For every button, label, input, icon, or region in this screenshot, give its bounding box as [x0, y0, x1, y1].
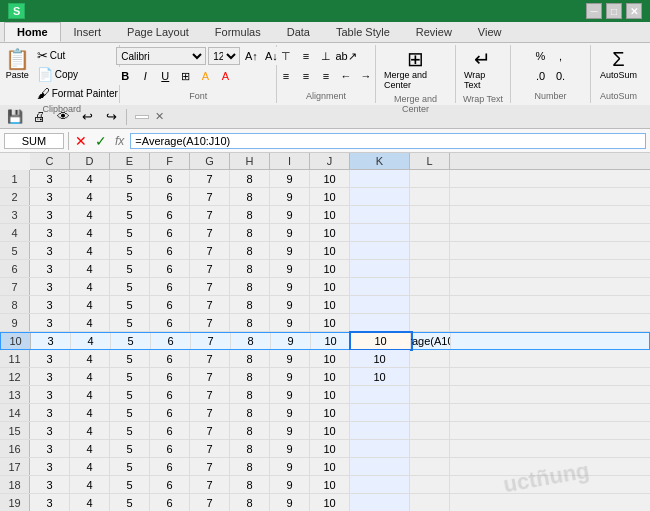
cell-13-6[interactable]: 9	[270, 386, 310, 403]
cell-12-8[interactable]: 10	[350, 368, 410, 385]
cell-1-9[interactable]	[410, 170, 450, 187]
cell-18-3[interactable]: 6	[150, 476, 190, 493]
cell-5-3[interactable]: 6	[150, 242, 190, 259]
cell-9-9[interactable]	[410, 314, 450, 331]
cell-7-3[interactable]: 6	[150, 278, 190, 295]
cell-10-2[interactable]: 5	[111, 333, 151, 349]
tab-data[interactable]: Data	[274, 22, 323, 42]
dec-dec-button[interactable]: 0.	[551, 67, 569, 85]
cell-1-3[interactable]: 6	[150, 170, 190, 187]
cell-11-3[interactable]: 6	[150, 350, 190, 367]
align-right-button[interactable]: ≡	[317, 67, 335, 85]
cell-6-2[interactable]: 5	[110, 260, 150, 277]
cell-7-5[interactable]: 8	[230, 278, 270, 295]
minimize-btn[interactable]: ─	[586, 3, 602, 19]
cell-18-1[interactable]: 4	[70, 476, 110, 493]
tab-page-layout[interactable]: Page Layout	[114, 22, 202, 42]
row-num-2[interactable]: 2	[0, 188, 30, 205]
cell-8-7[interactable]: 10	[310, 296, 350, 313]
font-color-button[interactable]: A	[216, 67, 234, 85]
cell-18-8[interactable]	[350, 476, 410, 493]
cell-6-0[interactable]: 3	[30, 260, 70, 277]
dec-inc-button[interactable]: .0	[531, 67, 549, 85]
cell-12-3[interactable]: 6	[150, 368, 190, 385]
cell-15-0[interactable]: 3	[30, 422, 70, 439]
cell-12-0[interactable]: 3	[30, 368, 70, 385]
cell-18-4[interactable]: 7	[190, 476, 230, 493]
undo-button[interactable]: ↩	[76, 107, 98, 127]
cell-4-6[interactable]: 9	[270, 224, 310, 241]
cell-10-1[interactable]: 4	[71, 333, 111, 349]
cell-4-2[interactable]: 5	[110, 224, 150, 241]
cell-17-2[interactable]: 5	[110, 458, 150, 475]
tab-review[interactable]: Review	[403, 22, 465, 42]
indent-dec-button[interactable]: ←	[337, 67, 355, 85]
cell-2-0[interactable]: 3	[30, 188, 70, 205]
add-tab-button[interactable]	[170, 116, 178, 118]
cell-10-7[interactable]: 10	[311, 333, 351, 349]
cell-14-0[interactable]: 3	[30, 404, 70, 421]
cell-16-3[interactable]: 6	[150, 440, 190, 457]
cell-4-5[interactable]: 8	[230, 224, 270, 241]
cell-15-9[interactable]	[410, 422, 450, 439]
cell-6-1[interactable]: 4	[70, 260, 110, 277]
cell-5-6[interactable]: 9	[270, 242, 310, 259]
cell-5-7[interactable]: 10	[310, 242, 350, 259]
cell-3-4[interactable]: 7	[190, 206, 230, 223]
cell-16-1[interactable]: 4	[70, 440, 110, 457]
row-num-17[interactable]: 17	[0, 458, 30, 475]
cell-13-3[interactable]: 6	[150, 386, 190, 403]
cell-8-8[interactable]	[350, 296, 410, 313]
cell-15-2[interactable]: 5	[110, 422, 150, 439]
cell-4-4[interactable]: 7	[190, 224, 230, 241]
cell-7-8[interactable]	[350, 278, 410, 295]
cell-16-8[interactable]	[350, 440, 410, 457]
print-button[interactable]: 🖨	[28, 107, 50, 127]
autosum-button[interactable]: Σ AutoSum	[598, 47, 639, 82]
cell-6-4[interactable]: 7	[190, 260, 230, 277]
cell-19-5[interactable]: 8	[230, 494, 270, 511]
cell-1-1[interactable]: 4	[70, 170, 110, 187]
cell-8-9[interactable]	[410, 296, 450, 313]
cell-16-5[interactable]: 8	[230, 440, 270, 457]
close-btn[interactable]: ✕	[626, 3, 642, 19]
cell-3-2[interactable]: 5	[110, 206, 150, 223]
cell-3-0[interactable]: 3	[30, 206, 70, 223]
cell-8-2[interactable]: 5	[110, 296, 150, 313]
row-num-15[interactable]: 15	[0, 422, 30, 439]
cell-10-9[interactable]: =Average(A10:J10)	[411, 333, 451, 349]
fill-color-button[interactable]: A	[196, 67, 214, 85]
row-num-5[interactable]: 5	[0, 242, 30, 259]
tab-insert[interactable]: Insert	[61, 22, 115, 42]
cell-11-9[interactable]	[410, 350, 450, 367]
col-header-D[interactable]: D	[70, 153, 110, 169]
col-header-G[interactable]: G	[190, 153, 230, 169]
row-num-13[interactable]: 13	[0, 386, 30, 403]
cell-15-8[interactable]	[350, 422, 410, 439]
cell-18-2[interactable]: 5	[110, 476, 150, 493]
cell-1-8[interactable]	[350, 170, 410, 187]
col-header-I[interactable]: I	[270, 153, 310, 169]
cell-5-1[interactable]: 4	[70, 242, 110, 259]
align-bottom-button[interactable]: ⊥	[317, 47, 335, 65]
cell-15-5[interactable]: 8	[230, 422, 270, 439]
cell-13-1[interactable]: 4	[70, 386, 110, 403]
cell-12-5[interactable]: 8	[230, 368, 270, 385]
formula-confirm-button[interactable]: ✓	[93, 133, 109, 149]
row-num-12[interactable]: 12	[0, 368, 30, 385]
tab-formulas[interactable]: Formulas	[202, 22, 274, 42]
cell-17-1[interactable]: 4	[70, 458, 110, 475]
font-name-select[interactable]: Calibri	[116, 47, 206, 65]
cell-3-7[interactable]: 10	[310, 206, 350, 223]
align-top-button[interactable]: ⊤	[277, 47, 295, 65]
cell-5-0[interactable]: 3	[30, 242, 70, 259]
cell-18-6[interactable]: 9	[270, 476, 310, 493]
cell-4-1[interactable]: 4	[70, 224, 110, 241]
cell-11-6[interactable]: 9	[270, 350, 310, 367]
cell-12-1[interactable]: 4	[70, 368, 110, 385]
cell-13-2[interactable]: 5	[110, 386, 150, 403]
formula-cancel-button[interactable]: ✕	[73, 133, 89, 149]
cell-9-4[interactable]: 7	[190, 314, 230, 331]
row-num-4[interactable]: 4	[0, 224, 30, 241]
cell-17-4[interactable]: 7	[190, 458, 230, 475]
